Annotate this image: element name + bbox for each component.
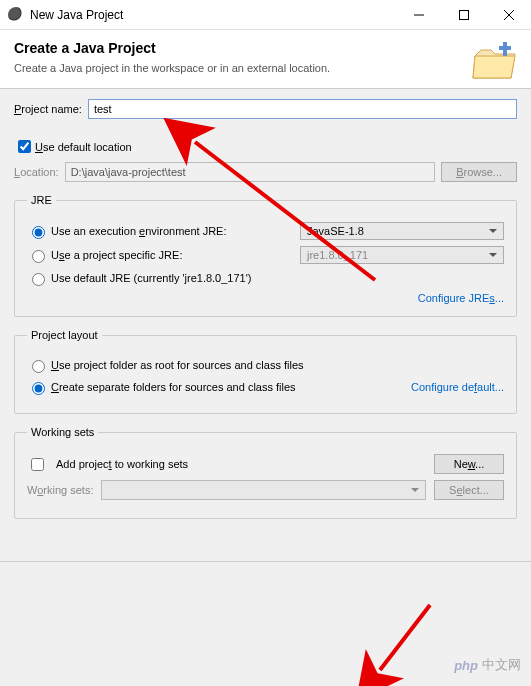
svg-rect-5: [499, 46, 511, 50]
project-name-label: Project name:: [14, 103, 82, 115]
working-sets-select: [101, 480, 426, 500]
new-working-set-button[interactable]: New...: [434, 454, 504, 474]
jre-default-row: Use default JRE (currently 'jre1.8.0_171…: [27, 270, 504, 286]
jre-project-specific-row: Use a project specific JRE: jre1.8.0_171: [27, 246, 504, 264]
footer-separator: [0, 561, 531, 562]
working-sets-label: Working sets:: [27, 484, 93, 496]
jre-exec-env-radio[interactable]: [32, 226, 45, 239]
wizard-title: Create a Java Project: [14, 40, 517, 56]
watermark-cn: 中文网: [482, 656, 521, 674]
maximize-button[interactable]: [441, 0, 486, 30]
layout-root-row: Use project folder as root for sources a…: [27, 357, 504, 373]
watermark-php: php: [454, 658, 478, 673]
project-layout-group: Project layout Use project folder as roo…: [14, 329, 517, 414]
working-sets-add-row: Add project to working sets New...: [27, 454, 504, 474]
titlebar: New Java Project: [0, 0, 531, 30]
layout-separate-label: Create separate folders for sources and …: [51, 381, 411, 393]
layout-root-label: Use project folder as root for sources a…: [51, 359, 504, 371]
location-input: [65, 162, 435, 182]
svg-rect-1: [459, 10, 468, 19]
use-default-location-label: Use default location: [35, 141, 132, 153]
use-default-location-row: Use default location: [14, 137, 517, 156]
working-sets-group: Working sets Add project to working sets…: [14, 426, 517, 519]
folder-wizard-icon: [471, 38, 519, 86]
jre-project-specific-radio[interactable]: [32, 250, 45, 263]
location-row: Location: Browse...: [14, 162, 517, 182]
jre-exec-env-label: Use an execution environment JRE:: [51, 225, 300, 237]
wizard-subtitle: Create a Java project in the workspace o…: [14, 62, 517, 74]
jre-project-specific-label: Use a project specific JRE:: [51, 249, 300, 261]
project-name-input[interactable]: [88, 99, 517, 119]
working-sets-legend: Working sets: [27, 426, 98, 438]
jre-project-specific-select: jre1.8.0_171: [300, 246, 504, 264]
jre-default-label: Use default JRE (currently 'jre1.8.0_171…: [51, 272, 504, 284]
select-working-set-button: Select...: [434, 480, 504, 500]
jre-exec-env-select[interactable]: JavaSE-1.8: [300, 222, 504, 240]
layout-separate-row: Create separate folders for sources and …: [27, 379, 504, 395]
project-name-row: Project name:: [14, 99, 517, 119]
add-to-working-sets-checkbox[interactable]: [31, 458, 44, 471]
configure-jres-link[interactable]: Configure JREs...: [418, 292, 504, 304]
minimize-button[interactable]: [396, 0, 441, 30]
location-label: Location:: [14, 166, 59, 178]
watermark: php 中文网: [454, 656, 521, 674]
svg-line-7: [380, 605, 430, 670]
close-button[interactable]: [486, 0, 531, 30]
browse-button: Browse...: [441, 162, 517, 182]
window-title: New Java Project: [30, 8, 396, 22]
jre-exec-env-row: Use an execution environment JRE: JavaSE…: [27, 222, 504, 240]
layout-separate-radio[interactable]: [32, 382, 45, 395]
jre-default-radio[interactable]: [32, 273, 45, 286]
app-icon: [8, 7, 24, 23]
jre-legend: JRE: [27, 194, 56, 206]
use-default-location-checkbox[interactable]: [18, 140, 31, 153]
wizard-content: Project name: Use default location Locat…: [0, 89, 531, 541]
configure-default-link[interactable]: Configure default...: [411, 381, 504, 393]
jre-group: JRE Use an execution environment JRE: Ja…: [14, 194, 517, 317]
layout-root-radio[interactable]: [32, 360, 45, 373]
add-to-working-sets-label: Add project to working sets: [56, 458, 426, 470]
wizard-header: Create a Java Project Create a Java proj…: [0, 30, 531, 89]
working-sets-select-row: Working sets: Select...: [27, 480, 504, 500]
project-layout-legend: Project layout: [27, 329, 102, 341]
